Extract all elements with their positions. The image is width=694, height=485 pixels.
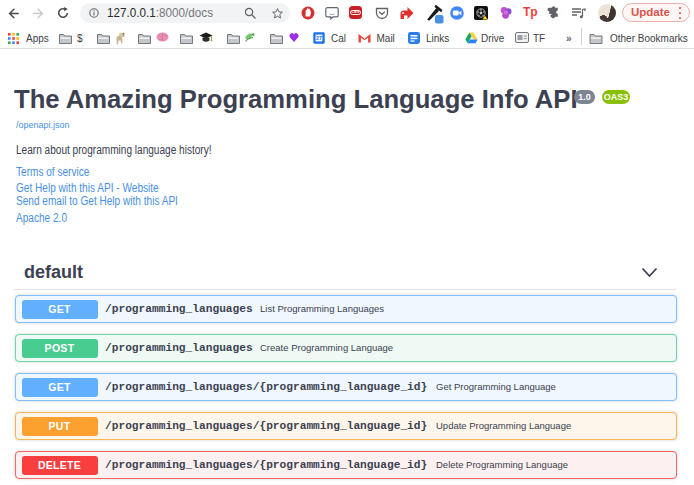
svg-text:27: 27: [316, 34, 322, 40]
